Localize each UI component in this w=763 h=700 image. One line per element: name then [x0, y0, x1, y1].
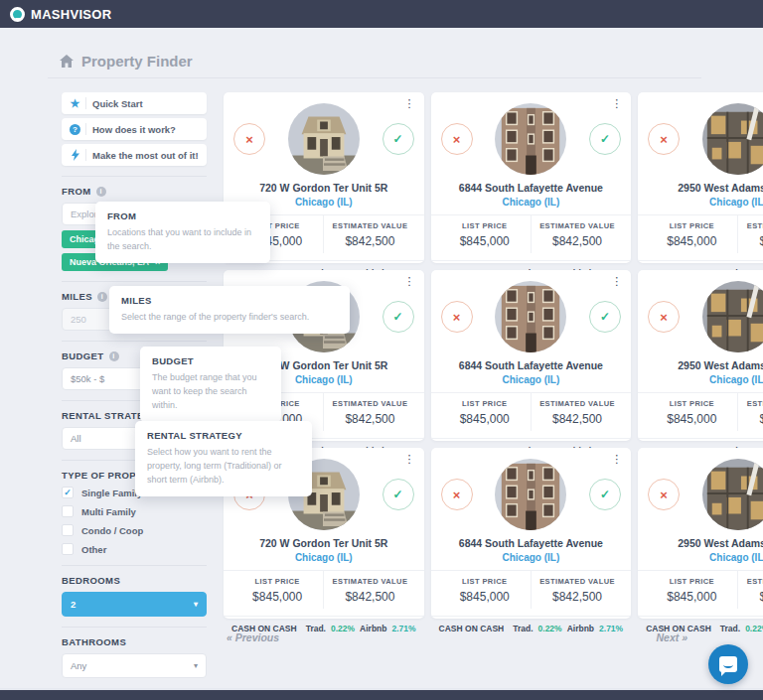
trad-label: Trad. — [306, 624, 326, 633]
cards-grid: ⋮ × — [224, 92, 687, 619]
how-does-it-work-label: How does it work? — [92, 124, 176, 135]
bedrooms-select[interactable]: 2 ▾ — [62, 592, 207, 617]
list-price-label: LIST PRICE — [439, 399, 531, 408]
checkbox-icon[interactable]: ✓ — [62, 543, 74, 555]
checkbox-icon[interactable]: ✓ — [62, 505, 74, 517]
property-card[interactable]: ⋮ × — [638, 92, 763, 263]
trad-percent: 0.22% — [331, 624, 355, 633]
bathrooms-section-label: BATHROOMS — [62, 636, 207, 647]
accept-property-button[interactable]: ✓ — [589, 301, 621, 333]
kebab-menu-icon[interactable]: ⋮ — [401, 452, 418, 467]
property-city-link[interactable]: Chicago (IL) — [439, 552, 624, 563]
info-icon[interactable]: i — [96, 187, 106, 197]
property-card[interactable]: ⋮ × — [638, 270, 763, 441]
kebab-menu-icon[interactable]: ⋮ — [608, 452, 625, 467]
accept-property-button[interactable]: ✓ — [382, 123, 414, 155]
trad-label: Trad. — [513, 624, 533, 633]
checkbox-icon[interactable]: ✓ — [62, 487, 74, 498]
property-card[interactable]: ⋮ × ✓ — [431, 92, 632, 263]
list-price-label: LIST PRICE — [439, 221, 531, 230]
mashvisor-logo[interactable]: MASHVISOR — [10, 7, 111, 22]
bolt-icon — [69, 149, 81, 161]
cash-on-cash-label: CASH ON CASH — [646, 624, 711, 633]
tooltip-miles: MILES Select the range of the property f… — [109, 286, 350, 334]
estimated-value: $842,500 — [738, 234, 763, 248]
property-photo — [702, 103, 763, 175]
estimated-value-label: ESTIMATED VALUE — [324, 399, 415, 408]
checkbox-icon[interactable]: ✓ — [62, 524, 74, 536]
property-address: 6844 South Lafayette Avenue — [439, 537, 624, 549]
divider — [62, 341, 207, 342]
tooltip-from: FROM Locations that you want to include … — [95, 202, 270, 263]
kebab-menu-icon[interactable]: ⋮ — [608, 96, 625, 111]
property-card[interactable]: ⋮ × ✓ — [431, 448, 632, 619]
property-photo — [702, 281, 763, 352]
kebab-menu-icon[interactable]: ⋮ — [401, 96, 418, 111]
property-photo — [495, 103, 566, 175]
reject-property-button[interactable]: × — [648, 123, 680, 155]
reject-property-button[interactable]: × — [441, 301, 473, 333]
chat-launcher-button[interactable] — [708, 644, 748, 684]
make-most-label: Make the most out of it! — [92, 150, 199, 161]
reject-property-button[interactable]: × — [441, 479, 473, 510]
property-photo — [702, 459, 763, 530]
list-price-label: LIST PRICE — [646, 577, 737, 586]
airbnb-label: Airbnb — [567, 624, 594, 633]
property-address: 2950 West Adams Street — [646, 182, 763, 194]
property-city-link[interactable]: Chicago (IL) — [646, 374, 763, 385]
info-icon[interactable]: i — [109, 351, 119, 361]
bathrooms-select[interactable]: Any ▾ — [62, 653, 207, 678]
property-city-link[interactable]: Chicago (IL) — [439, 374, 624, 385]
trad-label: Trad. — [720, 624, 740, 633]
reject-property-button[interactable]: × — [441, 123, 473, 155]
info-icon[interactable]: i — [97, 292, 107, 302]
cash-on-cash-label: CASH ON CASH — [439, 624, 505, 633]
accept-property-button[interactable]: ✓ — [589, 479, 621, 510]
cash-on-cash-label: CASH ON CASH — [231, 624, 297, 633]
divider — [62, 627, 207, 628]
property-address: 2950 West Adams Street — [646, 359, 763, 371]
estimated-value-label: ESTIMATED VALUE — [324, 577, 415, 586]
quick-start-label: Quick Start — [92, 98, 143, 109]
quick-start-button[interactable]: ★ Quick Start — [62, 92, 207, 114]
accept-property-button[interactable]: ✓ — [382, 301, 414, 333]
property-city-link[interactable]: Chicago (IL) — [231, 552, 416, 563]
make-most-button[interactable]: Make the most out of it! — [62, 144, 207, 166]
estimated-value-label: ESTIMATED VALUE — [738, 577, 763, 586]
checkbox-other[interactable]: ✓ Other — [62, 543, 207, 555]
checkbox-multi-family[interactable]: ✓ Multi Family — [62, 505, 207, 517]
airbnb-label: Airbnb — [360, 624, 386, 633]
property-card[interactable]: ⋮ × — [638, 448, 763, 619]
reject-property-button[interactable]: × — [648, 479, 680, 510]
from-section-label: FROM i — [62, 186, 207, 197]
brand-name: MASHVISOR — [31, 7, 111, 22]
kebab-menu-icon[interactable]: ⋮ — [401, 274, 418, 289]
page-header: Property Finder — [60, 53, 193, 70]
reject-property-button[interactable]: × — [648, 301, 680, 333]
divider — [62, 281, 207, 282]
property-city-link[interactable]: Chicago (IL) — [646, 197, 763, 208]
property-photo — [495, 459, 566, 530]
list-price-value: $845,000 — [439, 412, 531, 426]
property-city-link[interactable]: Chicago (IL) — [646, 552, 763, 563]
estimated-value: $842,500 — [738, 590, 763, 604]
list-price-value: $845,000 — [646, 234, 737, 248]
list-price-label: LIST PRICE — [231, 577, 323, 586]
estimated-value: $842,500 — [324, 234, 415, 248]
kebab-menu-icon[interactable]: ⋮ — [608, 274, 625, 289]
chevron-down-icon: ▾ — [194, 600, 198, 609]
property-city-link[interactable]: Chicago (IL) — [439, 197, 624, 208]
estimated-value: $842,500 — [532, 590, 623, 604]
checkbox-condo-coop[interactable]: ✓ Condo / Coop — [62, 524, 207, 536]
property-card[interactable]: ⋮ × ✓ — [431, 270, 632, 441]
how-does-it-work-button[interactable]: ? How does it work? — [62, 118, 207, 140]
estimated-value-label: ESTIMATED VALUE — [532, 577, 623, 586]
list-price-value: $845,000 — [231, 590, 323, 604]
accept-property-button[interactable]: ✓ — [382, 479, 414, 510]
accept-property-button[interactable]: ✓ — [589, 123, 621, 155]
header-divider — [48, 77, 701, 78]
list-price-value: $845,000 — [439, 590, 531, 604]
chat-bubble-icon — [719, 656, 737, 672]
reject-property-button[interactable]: × — [233, 123, 265, 155]
divider — [62, 565, 207, 566]
